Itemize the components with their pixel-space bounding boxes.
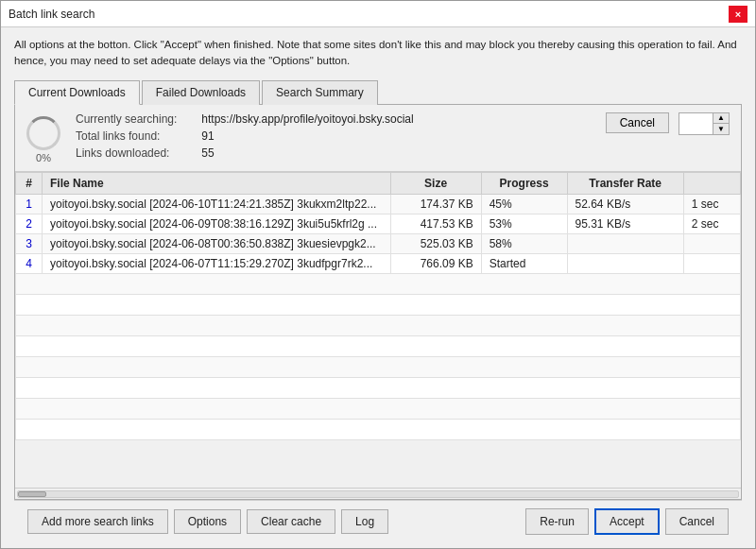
row-progress: 45% [481, 194, 567, 214]
row-num: 4 [16, 253, 43, 273]
row-filename: yoitoyoi.bsky.social [2024-06-08T00:36:5… [43, 233, 391, 253]
downloads-table-wrapper: # File Name Size Progress Transfer Rate … [15, 171, 741, 489]
total-value: 91 [201, 129, 214, 143]
row-rate [567, 233, 683, 253]
row-num: 1 [16, 194, 43, 214]
add-links-button[interactable]: Add more search links [27, 509, 168, 534]
row-progress: 53% [481, 214, 567, 233]
table-row: 4 yoitoyoi.bsky.social [2024-06-07T11:15… [16, 253, 741, 273]
status-info: Currently searching: https://bsky.app/pr… [76, 112, 596, 163]
table-row: 3 yoitoyoi.bsky.social [2024-06-08T00:36… [16, 233, 741, 253]
row-filename: yoitoyoi.bsky.social [2024-06-09T08:38:1… [43, 214, 391, 233]
searching-value: https://bsky.app/profile/yoitoyoi.bsky.s… [201, 112, 413, 126]
row-size: 174.37 KB [390, 194, 481, 214]
cancel-download-button[interactable]: Cancel [606, 112, 669, 133]
threads-down-button[interactable]: ▼ [713, 124, 729, 134]
tab-current-downloads[interactable]: Current Downloads [14, 80, 140, 105]
log-button[interactable]: Log [341, 509, 388, 534]
row-rate: 95.31 KB/s [567, 214, 683, 233]
col-header-num: # [16, 172, 43, 194]
table-row-empty [16, 398, 741, 419]
row-eta: 1 sec [683, 194, 740, 214]
row-eta [683, 233, 740, 253]
searching-label: Currently searching: [76, 112, 198, 126]
cancel-area: Cancel [606, 112, 669, 137]
row-eta [683, 253, 740, 273]
spinner-area: 0% [26, 116, 60, 163]
content-area: 0% Currently searching: https://bsky.app… [14, 105, 742, 501]
downloaded-row: Links downloaded: 55 [76, 146, 596, 160]
table-row-empty [16, 356, 741, 377]
cancel-button[interactable]: Cancel [665, 508, 729, 535]
row-progress: 58% [481, 233, 567, 253]
row-size: 766.09 KB [390, 253, 481, 273]
downloaded-value: 55 [201, 146, 214, 160]
window-title: Batch link search [9, 8, 94, 21]
threads-input[interactable]: 4 [679, 113, 713, 134]
tab-failed-downloads[interactable]: Failed Downloads [142, 80, 260, 105]
rerun-button[interactable]: Re-run [525, 508, 589, 535]
table-row-empty [16, 419, 741, 439]
threads-spinner: 4 ▲ ▼ [679, 112, 730, 135]
col-header-eta [683, 172, 740, 194]
main-window: Batch link search × All options at the b… [0, 0, 756, 549]
row-size: 417.53 KB [390, 214, 481, 233]
accept-button[interactable]: Accept [594, 508, 660, 535]
table-row-empty [16, 377, 741, 398]
bottom-bar: Add more search links Options Clear cach… [14, 500, 742, 540]
bottom-right-buttons: Re-run Accept Cancel [525, 508, 729, 535]
total-label: Total links found: [76, 129, 198, 143]
table-row-empty [16, 315, 741, 335]
row-filename: yoitoyoi.bsky.social [2024-06-10T11:24:2… [43, 194, 391, 214]
table-row-empty [16, 335, 741, 356]
table-row-empty [16, 273, 741, 294]
table-row: 2 yoitoyoi.bsky.social [2024-06-09T08:38… [16, 214, 741, 233]
status-panel: 0% Currently searching: https://bsky.app… [15, 105, 741, 171]
row-progress: Started [481, 253, 567, 273]
total-row: Total links found: 91 [76, 129, 596, 143]
scrollbar-thumb[interactable] [18, 491, 46, 497]
horizontal-scrollbar[interactable] [15, 488, 741, 499]
table-row: 1 yoitoyoi.bsky.social [2024-06-10T11:24… [16, 194, 741, 214]
col-header-progress: Progress [481, 172, 567, 194]
progress-spinner [26, 116, 60, 150]
threads-up-button[interactable]: ▲ [713, 113, 729, 124]
close-button[interactable]: × [729, 6, 747, 23]
table-row-empty [16, 294, 741, 315]
row-rate: 52.64 KB/s [567, 194, 683, 214]
row-num: 3 [16, 233, 43, 253]
bottom-left-buttons: Add more search links Options Clear cach… [27, 509, 388, 534]
options-button[interactable]: Options [174, 509, 241, 534]
row-eta: 2 sec [683, 214, 740, 233]
col-header-filename: File Name [43, 172, 391, 194]
tab-bar: Current Downloads Failed Downloads Searc… [14, 79, 742, 105]
tab-search-summary[interactable]: Search Summary [262, 80, 378, 105]
window-body: All options at the botton. Click "Accept… [1, 27, 755, 548]
downloads-table: # File Name Size Progress Transfer Rate … [15, 172, 741, 440]
clear-cache-button[interactable]: Clear cache [247, 509, 335, 534]
row-filename: yoitoyoi.bsky.social [2024-06-07T11:15:2… [43, 253, 391, 273]
row-size: 525.03 KB [390, 233, 481, 253]
info-text: All options at the botton. Click "Accept… [14, 37, 742, 70]
threads-arrows: ▲ ▼ [713, 113, 729, 134]
searching-row: Currently searching: https://bsky.app/pr… [76, 112, 596, 126]
col-header-size: Size [390, 172, 481, 194]
title-bar: Batch link search × [1, 1, 755, 27]
row-num: 2 [16, 214, 43, 233]
scrollbar-track [17, 490, 739, 498]
downloaded-label: Links downloaded: [76, 146, 198, 160]
col-header-rate: Transfer Rate [567, 172, 683, 194]
row-rate [567, 253, 683, 273]
percent-label: 0% [36, 152, 51, 163]
